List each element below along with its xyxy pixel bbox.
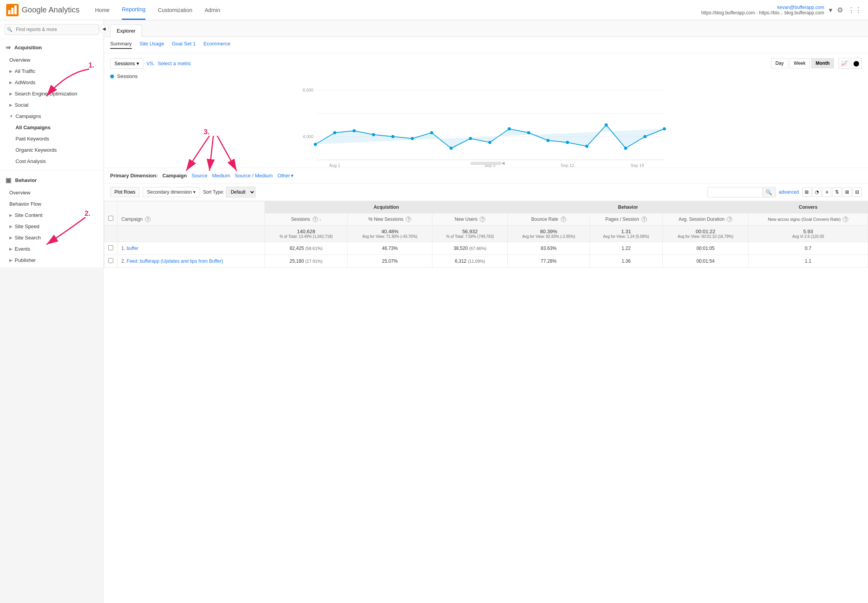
total-checkbox-cell — [104, 225, 118, 242]
events-arrow: ▶ — [9, 247, 12, 251]
vs-text: VS. — [147, 61, 155, 66]
sidebar-item-campaigns[interactable]: ▼ Campaigns — [0, 111, 104, 122]
site-speed-label: Site Speed — [15, 224, 40, 229]
campaign-help-icon[interactable]: ? — [145, 217, 150, 222]
dimension-source-link[interactable]: Source — [192, 173, 207, 178]
sessions-legend-label: Sessions — [117, 73, 138, 79]
grid-view-icon[interactable]: ⊞ — [802, 187, 811, 197]
pivot-view-icon[interactable]: ⊞ — [842, 187, 852, 197]
row1-campaign-cell: 1. buffer — [118, 242, 265, 255]
search-input[interactable] — [5, 24, 99, 35]
sidebar-collapse-button[interactable]: ◀ — [99, 24, 109, 33]
duration-help-icon[interactable]: ? — [727, 217, 732, 222]
sub-tab-summary[interactable]: Summary — [110, 41, 132, 49]
svg-point-24 — [566, 141, 569, 144]
sub-tab-ecommerce[interactable]: Ecommerce — [204, 41, 230, 49]
secondary-dimension-selector[interactable]: Secondary dimension ▾ — [143, 187, 200, 197]
nav-reporting[interactable]: Reporting — [122, 0, 145, 20]
table-search-input[interactable] — [708, 187, 762, 197]
sidebar-item-overview-beh[interactable]: Overview — [0, 187, 104, 198]
pages-help-icon[interactable]: ? — [641, 217, 647, 222]
svg-point-25 — [585, 145, 588, 148]
compare-view-icon[interactable]: ⇅ — [832, 187, 842, 197]
overview-acq-label: Overview — [9, 57, 30, 63]
plot-rows-button[interactable]: Plot Rows — [110, 187, 140, 197]
behavior-header[interactable]: ▣ Behavior — [0, 173, 104, 187]
metric-label: Sessions — [114, 61, 135, 66]
sessions-help-icon[interactable]: ? — [313, 217, 318, 222]
sort-type-select[interactable]: Default — [226, 187, 256, 198]
sidebar-item-behavior-flow[interactable]: Behavior Flow — [0, 198, 104, 210]
sidebar-item-organic-keywords[interactable]: Organic Keywords — [0, 144, 104, 156]
row1-checkbox[interactable] — [108, 245, 113, 250]
new-users-help-icon[interactable]: ? — [480, 217, 485, 222]
sub-tab-goal-set[interactable]: Goal Set 1 — [172, 41, 195, 49]
sidebar-item-seo[interactable]: ▶ Search Engine Optimization — [0, 88, 104, 99]
behavior-icon: ▣ — [5, 177, 11, 184]
sidebar-item-site-content[interactable]: ▶ Site Content — [0, 210, 104, 221]
sidebar-item-publisher[interactable]: ▶ Publisher — [0, 255, 104, 266]
nav-admin[interactable]: Admin — [205, 1, 220, 19]
table-controls: Plot Rows Secondary dimension ▾ Sort Typ… — [104, 183, 868, 201]
sidebar-item-site-speed[interactable]: ▶ Site Speed — [0, 221, 104, 232]
publisher-label: Publisher — [15, 257, 36, 263]
dimension-other-label: Other — [277, 173, 290, 178]
chart-area: Sessions 8,000 4,000 — [104, 72, 868, 168]
row1-campaign-link[interactable]: buffer — [126, 246, 138, 251]
bounce-help-icon[interactable]: ? — [561, 217, 566, 222]
dropdown-icon[interactable]: ▾ — [829, 6, 832, 14]
social-arrow: ▶ — [9, 103, 12, 107]
campaigns-arrow: ▼ — [9, 114, 13, 118]
total-sessions-sub: % of Total: 13.49% (1,042,718) — [269, 234, 343, 239]
sidebar-item-all-campaigns[interactable]: All Campaigns — [0, 122, 104, 133]
row2-pages-value: 1.36 — [622, 258, 631, 264]
sort-type-label: Sort Type: — [203, 189, 224, 195]
pct-new-help-icon[interactable]: ? — [406, 217, 411, 222]
nav-customization[interactable]: Customization — [158, 1, 192, 19]
settings-icon[interactable]: ⚙ — [837, 6, 843, 14]
svg-text:8,000: 8,000 — [303, 88, 313, 92]
sidebar-item-adwords[interactable]: ▶ AdWords — [0, 77, 104, 88]
month-button[interactable]: Month — [811, 58, 834, 68]
sidebar-item-site-search[interactable]: ▶ Site Search — [0, 232, 104, 243]
dimension-medium-link[interactable]: Medium — [212, 173, 230, 178]
week-button[interactable]: Week — [790, 58, 810, 68]
nav-home[interactable]: Home — [95, 1, 109, 19]
row2-checkbox[interactable] — [108, 258, 113, 263]
svg-point-21 — [508, 127, 511, 130]
sidebar-item-cost-analysis[interactable]: Cost Analysis — [0, 156, 104, 167]
acquisition-header[interactable]: ⇒ Acquisition — [0, 41, 104, 54]
line-chart-icon[interactable]: 📈 — [839, 58, 849, 69]
top-navigation: Google Analytics Home Reporting Customiz… — [0, 0, 868, 20]
dimension-source-medium-link[interactable]: Source / Medium — [235, 173, 273, 178]
row2-bounce-value: 77.28% — [541, 258, 557, 264]
grid-icon[interactable]: ⋮⋮ — [848, 6, 862, 14]
sidebar: ⇒ Acquisition Overview ▶ All Traffic ▶ A… — [0, 20, 104, 267]
sessions-sort-arrow[interactable]: ↓ — [319, 217, 321, 222]
all-campaigns-label: All Campaigns — [16, 125, 50, 130]
sessions-metric-button[interactable]: Sessions ▾ — [110, 58, 144, 69]
pie-chart-icon[interactable]: ⬤ — [851, 58, 862, 69]
select-metric-link[interactable]: Select a metric — [158, 61, 191, 66]
advanced-link[interactable]: advanced — [779, 189, 799, 195]
acquisition-section-header: Acquisition — [265, 201, 508, 213]
conversions-help-icon[interactable]: ? — [843, 217, 848, 222]
pie-view-icon[interactable]: ◔ — [812, 187, 821, 197]
total-conversions-value: 5.93 — [752, 229, 864, 234]
sidebar-item-all-traffic[interactable]: ▶ All Traffic — [0, 66, 104, 77]
sidebar-item-paid-keywords[interactable]: Paid Keywords — [0, 133, 104, 144]
explorer-tab-button[interactable]: Explorer — [110, 24, 142, 37]
day-button[interactable]: Day — [771, 58, 788, 68]
scatter-view-icon[interactable]: ⊟ — [852, 187, 862, 197]
select-all-checkbox[interactable] — [108, 216, 113, 221]
bar-view-icon[interactable]: ≡ — [822, 187, 832, 197]
sidebar-divider — [0, 170, 104, 170]
table-search-button[interactable]: 🔍 — [762, 187, 775, 197]
sidebar-item-events[interactable]: ▶ Events — [0, 243, 104, 255]
sidebar-item-overview-acq[interactable]: Overview — [0, 54, 104, 66]
sub-tab-site-usage[interactable]: Site Usage — [140, 41, 164, 49]
row2-campaign-link[interactable]: Feed: bufferapp (Updates and tips from B… — [126, 258, 223, 264]
sidebar-item-social[interactable]: ▶ Social — [0, 99, 104, 111]
svg-point-20 — [488, 141, 491, 144]
dimension-other-dropdown[interactable]: Other ▾ — [277, 173, 294, 178]
